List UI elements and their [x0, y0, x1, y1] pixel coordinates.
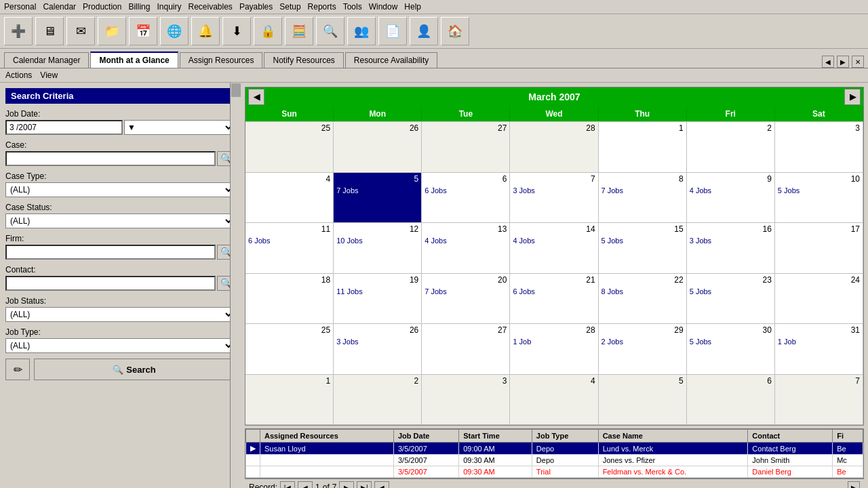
- grid-scroll-right[interactable]: ▶: [848, 481, 860, 488]
- tab-resource-availability[interactable]: Resource Availability: [345, 52, 438, 68]
- menu-calendar[interactable]: Calendar: [43, 2, 76, 12]
- folder-button[interactable]: 📁: [98, 17, 126, 45]
- cal-cell-4-6[interactable]: 311 Job: [775, 324, 863, 375]
- cal-cell-3-3[interactable]: 216 Jobs: [510, 274, 598, 325]
- calendar-next-button[interactable]: ▶: [844, 89, 861, 105]
- record-prev-button[interactable]: ◀: [298, 481, 313, 488]
- cal-cell-1-4[interactable]: 87 Jobs: [599, 173, 687, 224]
- cal-cell-1-5[interactable]: 94 Jobs: [687, 173, 775, 224]
- case-type-select[interactable]: (ALL): [5, 182, 235, 197]
- cal-cell-5-5[interactable]: 6: [687, 375, 775, 426]
- cal-cell-4-4[interactable]: 292 Jobs: [599, 324, 687, 375]
- menu-billing[interactable]: Billing: [128, 2, 150, 12]
- cal-cell-1-6[interactable]: 105 Jobs: [775, 173, 863, 224]
- people-button[interactable]: 👥: [347, 17, 376, 45]
- cal-cell-5-6[interactable]: 7: [775, 375, 863, 426]
- search-toolbar-button[interactable]: 🔍: [316, 17, 344, 45]
- record-next-button[interactable]: ▶: [339, 481, 354, 488]
- record-first-button[interactable]: |◀: [280, 481, 295, 488]
- cal-cell-2-6[interactable]: 17: [775, 223, 863, 274]
- cal-cell-3-5[interactable]: 235 Jobs: [687, 274, 775, 325]
- email-button[interactable]: ✉: [66, 17, 95, 45]
- cal-cell-3-4[interactable]: 228 Jobs: [599, 274, 687, 325]
- doc-button[interactable]: 📄: [378, 17, 407, 45]
- lock-button[interactable]: 🔒: [254, 17, 282, 45]
- cal-cell-0-6[interactable]: 3: [775, 122, 863, 173]
- job-status-select[interactable]: (ALL): [5, 307, 235, 322]
- job-date-dropdown[interactable]: ▼: [124, 120, 235, 135]
- cal-cell-2-0[interactable]: 116 Jobs: [245, 223, 334, 274]
- tab-calendar-manager[interactable]: Calendar Manager: [4, 52, 89, 68]
- tab-notify-resources[interactable]: Notify Resources: [264, 52, 343, 68]
- menu-receivables[interactable]: Receivables: [189, 2, 233, 12]
- menu-tools[interactable]: Tools: [343, 2, 362, 12]
- job-type-select[interactable]: (ALL): [5, 338, 235, 353]
- cal-cell-4-2[interactable]: 27: [422, 324, 510, 375]
- cal-cell-0-4[interactable]: 1: [599, 122, 687, 173]
- record-last-button[interactable]: ▶|: [357, 481, 372, 488]
- cal-cell-1-3[interactable]: 73 Jobs: [510, 173, 598, 224]
- case-input[interactable]: [5, 151, 216, 166]
- menu-reports[interactable]: Reports: [308, 2, 336, 12]
- cal-cell-5-1[interactable]: 2: [334, 375, 422, 426]
- actions-menu[interactable]: Actions: [5, 70, 32, 80]
- tab-assign-resources[interactable]: Assign Resources: [180, 52, 263, 68]
- cal-cell-4-5[interactable]: 305 Jobs: [687, 324, 775, 375]
- menu-payables[interactable]: Payables: [239, 2, 273, 12]
- cal-cell-1-1[interactable]: 57 Jobs: [334, 173, 422, 224]
- table-row[interactable]: 3/5/200709:30 AMTrialFeldman vs. Merck &…: [246, 466, 863, 478]
- cal-cell-5-0[interactable]: 1: [245, 375, 334, 426]
- cal-cell-2-5[interactable]: 163 Jobs: [687, 223, 775, 274]
- tab-close-button[interactable]: ✕: [852, 56, 864, 68]
- job-date-input[interactable]: [5, 120, 123, 135]
- person-button[interactable]: 👤: [410, 17, 438, 45]
- cal-cell-2-4[interactable]: 155 Jobs: [599, 223, 687, 274]
- monitor-button[interactable]: 🖥: [35, 17, 64, 45]
- cal-cell-3-1[interactable]: 1911 Jobs: [334, 274, 422, 325]
- calendar-button[interactable]: 📅: [129, 17, 157, 45]
- cal-cell-5-3[interactable]: 4: [510, 375, 598, 426]
- cal-cell-2-3[interactable]: 144 Jobs: [510, 223, 598, 274]
- menu-setup[interactable]: Setup: [279, 2, 300, 12]
- cal-cell-3-6[interactable]: 24: [775, 274, 863, 325]
- search-button[interactable]: 🔍 Search: [34, 359, 235, 380]
- firm-input[interactable]: [5, 245, 216, 260]
- cal-cell-5-2[interactable]: 3: [422, 375, 510, 426]
- cal-cell-0-3[interactable]: 28: [510, 122, 598, 173]
- cal-cell-5-4[interactable]: 5: [599, 375, 687, 426]
- alert-button[interactable]: 🔔: [191, 17, 220, 45]
- cal-cell-0-5[interactable]: 2: [687, 122, 775, 173]
- calc-button[interactable]: 🧮: [285, 17, 313, 45]
- table-row[interactable]: 3/5/200709:30 AMDepoJones vs. PfizerJohn…: [246, 455, 863, 466]
- new-button[interactable]: ➕: [4, 17, 33, 45]
- cal-cell-1-2[interactable]: 66 Jobs: [422, 173, 510, 224]
- case-status-select[interactable]: (ALL): [5, 214, 235, 228]
- tab-month-at-a-glance[interactable]: Month at a Glance: [90, 52, 178, 68]
- house-button[interactable]: 🏠: [441, 17, 469, 45]
- menu-personal[interactable]: Personal: [4, 2, 36, 12]
- download-button[interactable]: ⬇: [222, 17, 251, 45]
- tab-prev-button[interactable]: ◀: [822, 56, 834, 68]
- cal-cell-4-0[interactable]: 25: [245, 324, 334, 375]
- tab-next-button[interactable]: ▶: [837, 56, 849, 68]
- contact-input[interactable]: [5, 276, 216, 291]
- view-menu[interactable]: View: [40, 70, 58, 80]
- menu-production[interactable]: Production: [83, 2, 121, 12]
- globe-button[interactable]: 🌐: [160, 17, 189, 45]
- sidebar-scrollbar[interactable]: [230, 83, 241, 488]
- calendar-prev-button[interactable]: ◀: [248, 89, 264, 105]
- menu-window[interactable]: Window: [369, 2, 398, 12]
- cal-cell-3-0[interactable]: 18: [245, 274, 334, 325]
- cal-cell-0-2[interactable]: 27: [422, 122, 510, 173]
- cal-cell-0-1[interactable]: 26: [334, 122, 422, 173]
- cal-cell-4-1[interactable]: 263 Jobs: [334, 324, 422, 375]
- record-filter-button[interactable]: ◀: [374, 481, 389, 488]
- table-row[interactable]: ▶Susan Lloyd3/5/200709:00 AMDepoLund vs.…: [246, 443, 863, 455]
- cal-cell-2-2[interactable]: 134 Jobs: [422, 223, 510, 274]
- cal-cell-0-0[interactable]: 25: [245, 122, 334, 173]
- edit-button[interactable]: ✏: [5, 359, 30, 380]
- cal-cell-2-1[interactable]: 1210 Jobs: [334, 223, 422, 274]
- menu-inquiry[interactable]: Inquiry: [157, 2, 181, 12]
- menu-help[interactable]: Help: [404, 2, 421, 12]
- cal-cell-4-3[interactable]: 281 Job: [510, 324, 598, 375]
